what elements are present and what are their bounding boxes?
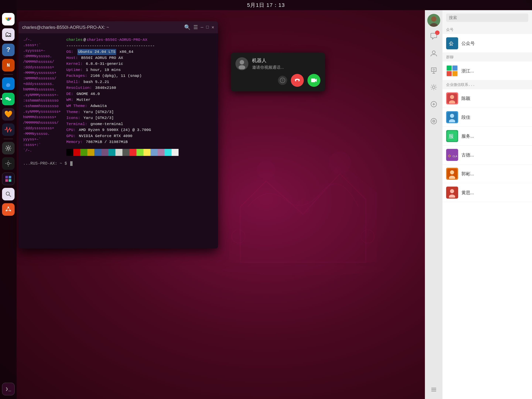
- wechat-contact-zhejiang[interactable]: 浙江...: [443, 62, 532, 80]
- wechat-section-qiye: 企业微信联系...: [443, 80, 532, 89]
- video-call-notification: 机器人 邀请你视频通话... ?: [231, 53, 325, 91]
- terminal-resolution-value: 3840x2160: [93, 85, 116, 91]
- terminal-memory-value: 7867MiB / 31987MiB: [83, 139, 128, 145]
- call-accept-button[interactable]: [307, 74, 320, 87]
- swatch-bright-cyan: [165, 149, 171, 156]
- terminal-cpu-value: AMD Ryzen 9 5900X (24) @ 3.700G: [76, 127, 151, 133]
- wechat-gongzhonghao-avatar: 公: [446, 37, 458, 49]
- taskbar-help[interactable]: ?: [2, 44, 15, 56]
- terminal-close-button[interactable]: ✕: [212, 25, 214, 30]
- swatch-bright-purple: [158, 149, 165, 156]
- wechat-contact-gude[interactable]: ◇ CLASS 古德...: [443, 146, 532, 164]
- swatch-blue: [94, 149, 101, 156]
- terminal-host-label: Host:: [66, 55, 78, 61]
- svg-point-43: [432, 86, 435, 89]
- wechat-hamburger-icon[interactable]: [430, 386, 438, 394]
- wechat-contact-fuwu[interactable]: 服 服务...: [443, 127, 532, 146]
- terminal-wmtheme-label: WM Theme:: [66, 103, 87, 109]
- swatch-light-gray: [115, 149, 122, 156]
- wechat-zhejiang-avatar: [446, 65, 458, 77]
- wechat-fuwu-name: 服务...: [462, 133, 474, 139]
- wechat-chat-icon[interactable]: …: [428, 31, 439, 44]
- terminal-os-arch: x86_64: [117, 49, 133, 55]
- taskbar-ubuntu[interactable]: [2, 203, 15, 216]
- svg-point-11: [6, 98, 7, 99]
- terminal-wm-value: Mutter: [74, 97, 90, 103]
- svg-point-68: [450, 189, 454, 193]
- taskbar-files[interactable]: 🗂: [2, 28, 15, 41]
- taskbar-wechat[interactable]: [2, 93, 15, 105]
- terminal-icons-label: Icons:: [66, 115, 80, 121]
- taskbar-active-indicator: [0, 98, 2, 100]
- terminal-packages-label: Packages:: [66, 73, 87, 79]
- taskbar-terminal-bottom[interactable]: ❯_: [2, 383, 15, 395]
- svg-point-15: [7, 147, 9, 149]
- taskbar-android[interactable]: N: [2, 59, 15, 71]
- wechat-gongzhonghao-label: 公众号: [462, 40, 475, 46]
- svg-text:?: ?: [282, 79, 284, 82]
- terminal-minimize-button[interactable]: —: [201, 25, 203, 30]
- swatch-green: [80, 149, 87, 156]
- swatch-bright-yellow: [144, 149, 151, 156]
- wechat-contact-huangsi[interactable]: 黄思...: [443, 183, 532, 202]
- wechat-gongzhonghao-item[interactable]: 公 公众号: [443, 34, 532, 53]
- datetime-display: 5月1日 17：13: [247, 2, 285, 9]
- wechat-fuwu-avatar: 服: [446, 130, 458, 142]
- terminal-de-label: DE:: [66, 91, 73, 97]
- terminal-sysinfo: charles @ charles-B550I-AORUS-PRO-AX ---…: [66, 37, 178, 156]
- terminal-menu-button[interactable]: ☰: [193, 24, 198, 31]
- swatch-red: [73, 149, 80, 156]
- wechat-zhejiang-name: 浙江...: [462, 68, 474, 74]
- wechat-ai-icon[interactable]: [428, 64, 439, 78]
- wechat-user-avatar[interactable]: [427, 14, 440, 27]
- wechat-duanjia-avatar: [446, 111, 458, 123]
- svg-point-65: [450, 170, 454, 174]
- call-message-button[interactable]: ?: [278, 76, 287, 85]
- terminal-gpu-value: NVIDIA GeForce RTX 4090: [76, 133, 132, 139]
- svg-point-3: [222, 264, 384, 275]
- svg-point-16: [7, 162, 9, 165]
- svg-point-2: [329, 151, 351, 174]
- call-decline-button[interactable]: [291, 74, 304, 87]
- svg-point-31: [240, 60, 244, 64]
- terminal-kernel-label: Kernel:: [66, 61, 82, 67]
- taskbar-settings2[interactable]: [2, 157, 15, 170]
- terminal-search-button[interactable]: 🔍: [184, 24, 190, 31]
- svg-point-39: [431, 16, 436, 22]
- terminal-de-value: GNOME 46.0: [74, 91, 100, 97]
- terminal-username: charles: [66, 37, 82, 43]
- swatch-black: [66, 149, 73, 156]
- svg-point-57: [450, 114, 454, 118]
- taskbar-pulse[interactable]: [2, 123, 15, 136]
- wechat-contacts-icon[interactable]: [428, 47, 439, 61]
- taskbar-settings[interactable]: [2, 142, 15, 154]
- terminal-wmtheme-value: Adwaita: [88, 103, 107, 109]
- wechat-duanjia-name: 段佳: [462, 114, 470, 120]
- wechat-contact-duanjia[interactable]: 段佳: [443, 108, 532, 127]
- wechat-huangsi-avatar: [446, 187, 458, 199]
- taskbar-edge[interactable]: [2, 77, 15, 90]
- taskbar-chrome[interactable]: [2, 13, 15, 26]
- call-description: 邀请你视频通话...: [252, 65, 284, 70]
- top-bar: 5月1日 17：13: [0, 0, 532, 10]
- wechat-music-icon[interactable]: [428, 116, 439, 129]
- wechat-search-input[interactable]: [446, 13, 528, 22]
- svg-text:◇: ◇: [448, 153, 451, 159]
- wechat-contact-guobin[interactable]: 郭彬...: [443, 164, 532, 183]
- swatch-bright-red: [129, 149, 136, 156]
- wechat-chenying-avatar: [446, 92, 458, 104]
- svg-point-1: [296, 200, 310, 214]
- wechat-settings-icon[interactable]: [428, 82, 439, 95]
- svg-point-0: [257, 161, 275, 179]
- svg-point-21: [6, 192, 9, 195]
- svg-rect-19: [5, 179, 8, 182]
- terminal-maximize-button[interactable]: □: [206, 25, 209, 30]
- terminal-packages-value: 2166 (dpkg), 11 (snap): [88, 73, 142, 79]
- taskbar-orange-app[interactable]: 🧡: [2, 108, 15, 121]
- taskbar-tiles[interactable]: [2, 173, 15, 185]
- terminal-body: ./–. .ssss+:` .syyssss+– :dMMMNysssso. /…: [19, 33, 218, 248]
- taskbar-search[interactable]: [2, 188, 15, 200]
- terminal-theme-label: Theme:: [66, 109, 80, 115]
- wechat-contact-chenying[interactable]: 陈颖: [443, 89, 532, 108]
- wechat-more-icon[interactable]: [428, 98, 439, 112]
